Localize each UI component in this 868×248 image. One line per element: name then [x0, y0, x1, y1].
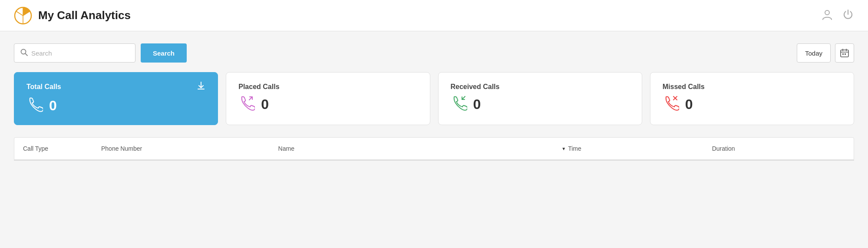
table-divider: [14, 160, 854, 161]
stat-missed-label: Missed Calls: [663, 83, 705, 91]
search-input[interactable]: [31, 50, 129, 57]
table-col-phone-number: Phone Number: [92, 138, 270, 159]
svg-line-14: [249, 97, 252, 100]
date-today-button[interactable]: Today: [797, 43, 831, 63]
svg-rect-11: [842, 53, 844, 55]
stat-card-total-header: Total Calls: [26, 81, 205, 92]
received-phone-icon: [451, 94, 467, 115]
svg-line-3: [16, 11, 23, 16]
download-icon: [197, 81, 205, 92]
calendar-icon-button[interactable]: [835, 43, 854, 63]
svg-point-4: [825, 10, 829, 15]
stat-card-total[interactable]: Total Calls 0: [14, 72, 218, 125]
col-call-type-label: Call Type: [23, 145, 48, 152]
main-content: Search Today Total Calls: [0, 31, 868, 248]
stat-received-body: 0: [451, 94, 630, 115]
table-col-time[interactable]: ▼ Time: [553, 138, 703, 159]
stat-received-label: Received Calls: [451, 83, 500, 91]
app-logo: [14, 7, 32, 25]
stat-placed-body: 0: [238, 94, 417, 115]
stat-received-count: 0: [473, 96, 481, 112]
stat-card-placed[interactable]: Placed Calls 0: [226, 72, 430, 125]
stat-placed-label: Placed Calls: [238, 83, 279, 91]
table-col-name: Name: [270, 138, 553, 159]
svg-line-6: [25, 53, 27, 56]
stat-placed-count: 0: [261, 96, 269, 112]
user-icon[interactable]: [821, 8, 833, 23]
col-name-label: Name: [278, 145, 294, 152]
sort-arrow-icon: ▼: [561, 146, 566, 151]
stat-card-placed-header: Placed Calls: [238, 83, 417, 91]
table-header: Call Type Phone Number Name ▼ Time Durat…: [14, 137, 854, 160]
table-col-call-type: Call Type: [14, 138, 92, 159]
total-phone-icon: [26, 96, 43, 116]
search-magnifier-icon: [20, 49, 28, 58]
search-right: Today: [797, 43, 854, 63]
header-right: [821, 8, 854, 23]
missed-phone-icon: [663, 94, 679, 115]
svg-rect-12: [845, 53, 846, 55]
stat-total-label: Total Calls: [26, 83, 61, 91]
stat-total-body: 0: [26, 96, 205, 116]
search-button[interactable]: Search: [141, 43, 187, 63]
stat-card-missed-header: Missed Calls: [663, 83, 842, 91]
search-input-wrapper: [14, 43, 135, 63]
stat-card-missed[interactable]: Missed Calls 0: [650, 72, 854, 125]
search-left: Search: [14, 43, 187, 63]
col-phone-number-label: Phone Number: [101, 145, 142, 152]
stat-missed-body: 0: [663, 94, 842, 115]
app-header: My Call Analytics: [0, 0, 868, 31]
table-col-duration: Duration: [703, 138, 854, 159]
app-title: My Call Analytics: [38, 9, 131, 22]
placed-phone-icon: [238, 94, 255, 115]
col-duration-label: Duration: [712, 145, 735, 152]
stat-card-received[interactable]: Received Calls 0: [438, 72, 642, 125]
svg-line-15: [462, 96, 465, 99]
search-row: Search Today: [14, 43, 854, 63]
col-time-label: Time: [568, 145, 581, 152]
svg-rect-7: [841, 50, 848, 57]
stat-total-count: 0: [49, 98, 57, 114]
stat-card-received-header: Received Calls: [451, 83, 630, 91]
stats-row: Total Calls 0: [14, 72, 854, 125]
power-icon[interactable]: [842, 8, 854, 23]
header-left: My Call Analytics: [14, 7, 131, 25]
stat-missed-count: 0: [685, 96, 693, 112]
